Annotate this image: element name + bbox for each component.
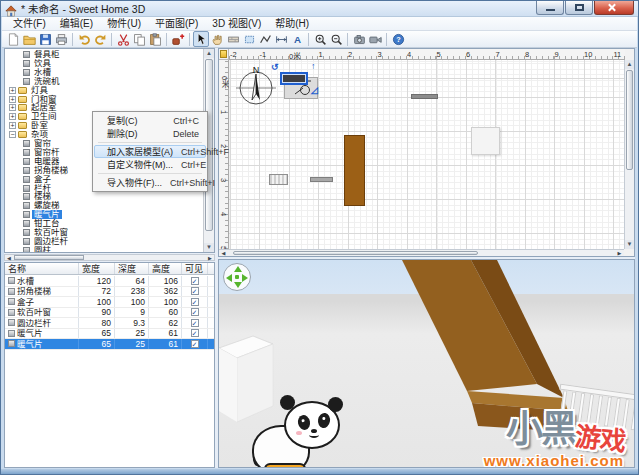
context-menu-item-4[interactable]: 自定义物件(M)...Ctrl+E xyxy=(94,158,206,171)
add-furniture-button[interactable] xyxy=(170,31,186,47)
column-header-4[interactable]: 可见 xyxy=(182,263,208,274)
scrollbar-thumb[interactable] xyxy=(626,70,633,170)
visible-checkbox[interactable]: ✓ xyxy=(191,287,199,295)
column-header-2[interactable]: 深度 xyxy=(115,263,149,274)
close-button[interactable] xyxy=(594,1,634,15)
expand-toggle-icon[interactable]: + xyxy=(9,113,16,120)
menu-item-2[interactable]: 物件(U) xyxy=(100,17,148,31)
create-dimensions-button[interactable] xyxy=(273,31,289,47)
save-button[interactable] xyxy=(37,31,53,47)
menu-item-0[interactable]: 文件(F) xyxy=(6,17,53,31)
scroll-left-icon[interactable]: ◀ xyxy=(219,250,228,256)
visible-checkbox[interactable]: ✓ xyxy=(191,308,199,316)
pan-button[interactable] xyxy=(209,31,225,47)
furniture-table-row[interactable]: 暖气片652561✓ xyxy=(5,329,214,340)
scroll-up-icon[interactable]: ▲ xyxy=(625,60,634,69)
resize-handle-icon[interactable]: ◿ xyxy=(311,86,318,95)
menu-item-4[interactable]: 3D 视图(V) xyxy=(205,17,268,31)
view-3d-panel[interactable]: 小黑游戏 www.xiaohei.com xyxy=(218,259,635,468)
elevation-handle-icon[interactable]: ↑ xyxy=(311,62,316,71)
create-polylines-button[interactable] xyxy=(257,31,273,47)
context-menu-item-6[interactable]: 导入物件(F)...Ctrl+Shift+I xyxy=(94,176,206,189)
furniture-table-row[interactable]: 圆边栏杆809.362✓ xyxy=(5,318,214,329)
context-menu-item-0[interactable]: 复制(C)Ctrl+C xyxy=(94,114,206,127)
new-home-button[interactable] xyxy=(5,31,21,47)
tree-item-22[interactable]: 圆柱 xyxy=(5,246,203,252)
furniture-table-row[interactable]: 水槽12064106✓ xyxy=(5,276,214,287)
scroll-down-icon[interactable]: ▼ xyxy=(625,240,634,249)
plan-view-panel[interactable]: -2-10米1234567891011 0米12345 N ↺ ↑ ◿ xyxy=(218,48,635,257)
video-button[interactable] xyxy=(367,31,383,47)
expand-toggle-icon[interactable]: + xyxy=(9,104,16,111)
create-walls-button[interactable] xyxy=(225,31,241,47)
menu-item-5[interactable]: 帮助(H) xyxy=(268,17,316,31)
nav-down-icon[interactable] xyxy=(234,282,242,288)
nav-center[interactable] xyxy=(235,275,239,279)
expand-toggle-icon[interactable]: + xyxy=(9,87,16,94)
redo-button[interactable] xyxy=(92,31,108,47)
box-plan-item[interactable] xyxy=(471,127,500,155)
radiator2-plan-item[interactable] xyxy=(411,94,438,99)
value: 9 xyxy=(140,308,145,318)
nav-left-icon[interactable] xyxy=(226,274,232,282)
ruler-label: 3 xyxy=(378,50,382,59)
plan-canvas[interactable]: N ↺ ↑ ◿ xyxy=(229,60,625,249)
expand-toggle-icon[interactable]: + xyxy=(9,122,16,129)
furniture-name: 水槽 xyxy=(17,276,34,286)
context-menu-item-3[interactable]: 加入家居模型(A)Ctrl+Shift+F xyxy=(94,145,206,158)
rotate-handle-icon[interactable]: ↺ xyxy=(271,63,279,72)
watermark-title-part1: 小黑 xyxy=(506,409,576,450)
furniture-table-row[interactable]: 拐角楼梯72238362✓ xyxy=(5,287,214,298)
scroll-right-icon[interactable]: ▶ xyxy=(615,250,624,256)
scroll-right-icon[interactable]: ▶ xyxy=(206,255,214,260)
expand-toggle-icon[interactable]: + xyxy=(9,96,16,103)
furniture-table-row[interactable]: 盒子100100100✓ xyxy=(5,297,214,308)
scrollbar-thumb[interactable] xyxy=(14,255,84,260)
help-button[interactable]: ? xyxy=(390,31,406,47)
print-button[interactable] xyxy=(53,31,69,47)
column-header-3[interactable]: 高度 xyxy=(149,263,182,274)
visible-checkbox[interactable]: ✓ xyxy=(191,340,199,348)
catalog-horizontal-scrollbar[interactable]: ◀ ▶ xyxy=(4,254,215,261)
blinds-plan-item[interactable] xyxy=(269,174,288,185)
scroll-left-icon[interactable]: ◀ xyxy=(5,255,13,260)
open-button[interactable] xyxy=(21,31,37,47)
plan-vertical-scrollbar[interactable]: ▲ ▼ xyxy=(624,60,634,249)
menu-item-3[interactable]: 平面图(P) xyxy=(148,17,205,31)
zoom-out-button[interactable] xyxy=(328,31,344,47)
cut-button[interactable] xyxy=(115,31,131,47)
corner-stairs-plan-item[interactable] xyxy=(344,135,365,206)
copy-button[interactable] xyxy=(131,31,147,47)
title-bar[interactable]: * 未命名 - Sweet Home 3D xyxy=(1,1,638,17)
collapse-toggle-icon[interactable]: − xyxy=(9,131,16,138)
furniture-name: 软百叶窗 xyxy=(17,308,51,318)
photo-button[interactable] xyxy=(351,31,367,47)
create-rooms-button[interactable] xyxy=(241,31,257,47)
menu-item-1[interactable]: 编辑(E) xyxy=(53,17,100,31)
visible-checkbox[interactable]: ✓ xyxy=(191,298,199,306)
scrollbar-thumb[interactable] xyxy=(233,251,478,255)
undo-button[interactable] xyxy=(76,31,92,47)
paste-button[interactable] xyxy=(147,31,163,47)
maximize-button[interactable] xyxy=(565,1,593,15)
visible-checkbox[interactable]: ✓ xyxy=(191,277,199,285)
visible-checkbox[interactable]: ✓ xyxy=(191,329,199,337)
navigation-arrows-widget[interactable] xyxy=(223,263,251,291)
furniture-table-row[interactable]: 暖气片652561✓ xyxy=(5,339,214,350)
minimize-button[interactable] xyxy=(536,1,564,15)
column-header-1[interactable]: 宽度 xyxy=(79,263,115,274)
furniture-table-row[interactable]: 软百叶窗90960✓ xyxy=(5,308,214,319)
nav-up-icon[interactable] xyxy=(234,266,242,272)
context-menu-item-1[interactable]: 删除(D)Delete xyxy=(94,127,206,140)
plan-horizontal-scrollbar[interactable]: ◀ ▶ xyxy=(219,249,624,256)
railing-plan-item[interactable] xyxy=(310,177,333,182)
scroll-up-icon[interactable]: ▲ xyxy=(204,49,214,58)
column-header-0[interactable]: 名称 xyxy=(5,263,79,274)
radiator-plan-item-selected[interactable] xyxy=(280,72,308,85)
add-text-button[interactable]: A xyxy=(289,31,305,47)
select-button[interactable] xyxy=(193,31,209,47)
nav-right-icon[interactable] xyxy=(242,274,248,282)
scroll-down-icon[interactable]: ▼ xyxy=(204,243,214,252)
zoom-in-button[interactable] xyxy=(312,31,328,47)
visible-checkbox[interactable]: ✓ xyxy=(191,319,199,327)
